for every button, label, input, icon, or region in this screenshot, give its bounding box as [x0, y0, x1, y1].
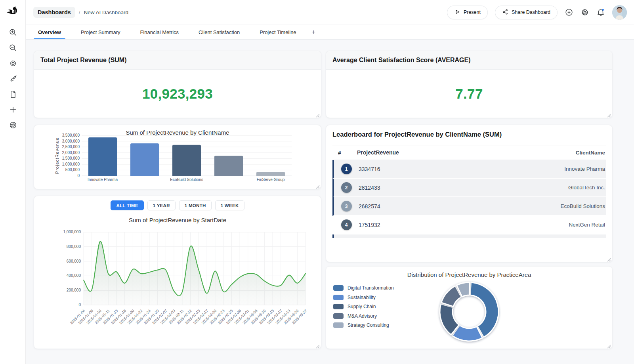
- resize-handle[interactable]: [315, 112, 320, 116]
- kpi-card-total-revenue: Total Project Revenue (SUM) 10,923,293: [34, 51, 321, 118]
- legend-swatch: [333, 295, 344, 300]
- revenue-cell: 3334716: [359, 166, 559, 172]
- legend-swatch: [333, 322, 344, 328]
- legend-label: Sustainability: [348, 295, 376, 300]
- client-cell: GlobalTech Inc.: [559, 183, 606, 192]
- client-cell: NextGen Retail: [559, 221, 606, 229]
- col-header-revenue: ProjectRevenue: [357, 149, 559, 156]
- svg-text:EcoBuild Solutions: EcoBuild Solutions: [170, 177, 203, 182]
- play-icon: [454, 9, 460, 16]
- tab-project-timeline[interactable]: Project Timeline: [250, 25, 306, 39]
- client-cell: Innovate Pharma: [559, 165, 606, 173]
- resize-handle[interactable]: [607, 343, 611, 347]
- filter-1-year[interactable]: 1 YEAR: [147, 200, 176, 210]
- donut-chart-card: Distribution of ProjectRevenue by Practi…: [326, 266, 613, 349]
- rank-badge: 2: [341, 182, 352, 193]
- notifications-bell-icon[interactable]: [596, 8, 605, 17]
- kpi-value: 10,923,293: [142, 86, 213, 102]
- add-circle-icon[interactable]: [565, 8, 573, 17]
- leaderboard-title: Leaderboard for ProjectRevenue by Client…: [332, 131, 502, 138]
- dashboard-tabbar: OverviewProject SummaryFinancial Metrics…: [26, 25, 634, 40]
- kpi-card-avg-satisfaction: Average Client Satisfaction Score (AVERA…: [326, 51, 613, 118]
- tab-client-satisfaction[interactable]: Client Satisfaction: [189, 25, 250, 39]
- add-tab-button[interactable]: +: [306, 25, 321, 39]
- tab-financial-metrics[interactable]: Financial Metrics: [130, 25, 189, 39]
- svg-text:1,000,000: 1,000,000: [63, 230, 81, 234]
- rank-badge: 4: [341, 219, 352, 230]
- line-chart[interactable]: 0200,000400,000600,000800,0001,000,00020…: [41, 227, 315, 346]
- share-dashboard-button[interactable]: Share Dashboard: [495, 6, 558, 19]
- legend-item[interactable]: M&A Advisory: [333, 313, 394, 319]
- legend-label: Supply Chain: [348, 304, 376, 309]
- breadcrumb-separator: /: [79, 10, 80, 15]
- col-header-rank: #: [332, 150, 357, 156]
- filter-1-month[interactable]: 1 MONTH: [179, 200, 212, 210]
- revenue-cell: 2812433: [359, 185, 559, 191]
- svg-text:500,000: 500,000: [65, 168, 80, 172]
- donut-chart[interactable]: [424, 276, 516, 348]
- svg-text:0: 0: [78, 303, 81, 307]
- svg-text:2,000,000: 2,000,000: [62, 151, 80, 155]
- settings-icon[interactable]: [5, 55, 21, 71]
- document-icon[interactable]: [5, 86, 21, 102]
- settings-gear-icon[interactable]: [581, 8, 589, 17]
- tab-project-summary[interactable]: Project Summary: [71, 25, 130, 39]
- legend-item[interactable]: Strategy Consulting: [333, 322, 394, 328]
- svg-text:3,000,000: 3,000,000: [62, 139, 80, 143]
- add-icon[interactable]: [5, 102, 21, 117]
- svg-text:FinServe Group: FinServe Group: [257, 177, 285, 182]
- palette-icon[interactable]: [5, 117, 21, 133]
- share-label: Share Dashboard: [512, 10, 550, 15]
- svg-text:1,000,000: 1,000,000: [62, 162, 80, 166]
- revenue-cell: 2682574: [359, 203, 559, 210]
- legend-item[interactable]: Digital Transformation: [333, 285, 394, 291]
- line-chart-title: Sum of ProjectRevenue by StartDate: [34, 217, 321, 223]
- svg-text:400,000: 400,000: [67, 273, 81, 278]
- present-button[interactable]: Present: [447, 6, 488, 19]
- zoom-out-icon[interactable]: [5, 40, 21, 55]
- rank-badge: 3: [341, 201, 352, 212]
- breadcrumb: Dashboards / New AI Dashboard: [33, 7, 128, 18]
- leaderboard-header-row: #ProjectRevenueClientName: [332, 145, 606, 160]
- user-avatar[interactable]: [612, 5, 627, 20]
- svg-text:600,000: 600,000: [67, 259, 81, 263]
- bar-chart-card: Sum of ProjectRevenue by ClientName 0500…: [34, 125, 321, 189]
- legend-item[interactable]: Supply Chain: [333, 304, 394, 309]
- breadcrumb-dashboards[interactable]: Dashboards: [33, 7, 75, 18]
- svg-text:2,500,000: 2,500,000: [62, 145, 80, 149]
- resize-handle[interactable]: [315, 183, 320, 188]
- tab-overview[interactable]: Overview: [28, 25, 71, 39]
- leaderboard-table[interactable]: #ProjectRevenueClientName13334716Innovat…: [332, 145, 606, 262]
- leaderboard-row-partial: [332, 234, 606, 238]
- line-chart-card: ALL TIME1 YEAR1 MONTH1 WEEK Sum of Proje…: [34, 196, 321, 349]
- bar-chart[interactable]: 0500,0001,000,0001,500,0002,000,0002,500…: [41, 132, 315, 188]
- present-label: Present: [464, 10, 481, 15]
- kpi-value: 7.77: [455, 86, 483, 102]
- kpi-title: Average Client Satisfaction Score (AVERA…: [326, 51, 612, 70]
- resize-handle[interactable]: [607, 256, 611, 261]
- legend-label: M&A Advisory: [348, 313, 377, 319]
- leaderboard-row: 41751932NextGen Retail: [332, 216, 606, 234]
- legend-label: Digital Transformation: [348, 285, 394, 291]
- svg-text:0: 0: [77, 173, 80, 178]
- resize-handle[interactable]: [315, 343, 320, 347]
- rank-badge: 1: [341, 164, 352, 174]
- client-cell: EcoBuild Solutions: [559, 202, 606, 210]
- col-header-client: ClientName: [559, 149, 606, 157]
- legend-swatch: [333, 285, 344, 291]
- app-logo[interactable]: [6, 5, 20, 19]
- legend-swatch: [333, 304, 344, 309]
- leaderboard-row: 22812433GlobalTech Inc.: [332, 179, 606, 197]
- zoom-in-icon[interactable]: [5, 25, 21, 40]
- share-icon: [502, 9, 508, 16]
- svg-text:200,000: 200,000: [67, 288, 81, 292]
- filter-1-week[interactable]: 1 WEEK: [215, 200, 244, 210]
- leaderboard-row: 32682574EcoBuild Solutions: [332, 197, 606, 216]
- filter-all-time[interactable]: ALL TIME: [111, 200, 143, 210]
- paintbrush-icon[interactable]: [5, 71, 21, 86]
- kpi-title: Total Project Revenue (SUM): [34, 51, 321, 70]
- breadcrumb-current-page: New AI Dashboard: [84, 10, 128, 15]
- legend-item[interactable]: Sustainability: [333, 295, 394, 300]
- resize-handle[interactable]: [607, 112, 611, 116]
- svg-text:ProjectRevenue: ProjectRevenue: [55, 137, 59, 174]
